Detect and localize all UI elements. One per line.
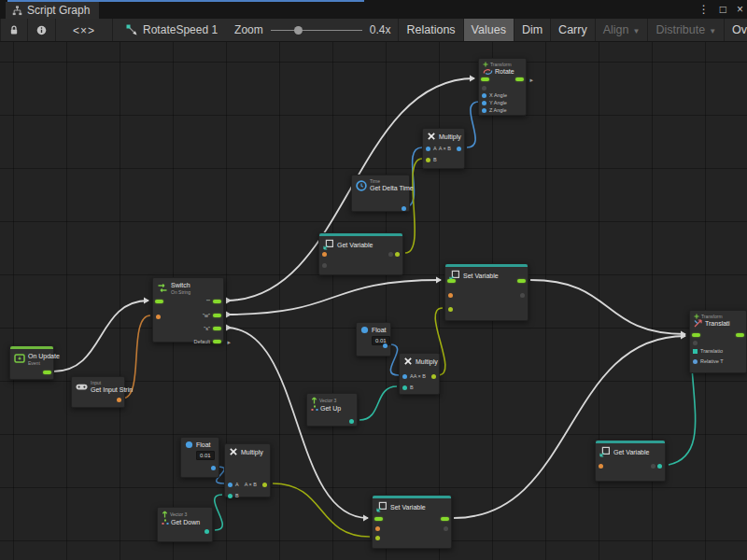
- value-port-left-1[interactable]: [156, 315, 161, 319]
- node-title-text: Get Delta Time: [370, 184, 414, 192]
- flow-port-left-0[interactable]: [692, 333, 700, 337]
- value-port-left-2[interactable]: [693, 341, 698, 345]
- value-port-right-4[interactable]: [520, 293, 525, 298]
- toolbar-button-dim[interactable]: Dim: [514, 19, 550, 41]
- toolbar-button-overview[interactable]: Overview: [724, 19, 747, 41]
- value-port-right-2[interactable]: [657, 464, 662, 469]
- zoom-slider[interactable]: [271, 19, 362, 42]
- node-subtitle-text: Vector 3: [170, 511, 187, 517]
- value-port-left-4[interactable]: [693, 359, 698, 364]
- graph-breadcrumb[interactable]: RotateSpeed 1: [113, 19, 227, 41]
- value-port-left-2[interactable]: [482, 86, 486, 91]
- node-switch-on-string[interactable]: SwitchOn String"""w""s"Default▸: [152, 277, 224, 343]
- value-port-left-0[interactable]: [599, 464, 603, 469]
- node-title: Float: [372, 326, 387, 334]
- value-port-right-2[interactable]: [388, 252, 393, 257]
- lock-button[interactable]: [0, 19, 28, 42]
- info-button[interactable]: [28, 19, 56, 42]
- toolbar-button-distribute[interactable]: Distribute▼: [647, 19, 724, 41]
- value-port-left-0[interactable]: [426, 147, 430, 151]
- toolbar-button-align[interactable]: Align▼: [595, 19, 648, 41]
- flow-port-left-0[interactable]: [447, 279, 456, 283]
- value-port-left-4[interactable]: [482, 101, 486, 105]
- value-port-left-1[interactable]: [228, 494, 233, 498]
- flow-port-right-0[interactable]: [43, 371, 51, 374]
- value-port-left-0[interactable]: [322, 252, 327, 257]
- value-port-left-0[interactable]: [402, 374, 407, 379]
- value-port-right-0[interactable]: [402, 206, 406, 211]
- node-on-update[interactable]: On UpdateEvent: [9, 345, 54, 380]
- node-set-variable-bottom[interactable]: Set Variable: [372, 495, 452, 549]
- graph-canvas[interactable]: On UpdateEventInputGet Input StrinSwitch…: [0, 42, 747, 560]
- value-port-left-2[interactable]: [448, 307, 453, 312]
- node-translate[interactable]: TransformTranslatiTranslatioRelative T: [689, 310, 747, 373]
- flow-port-right-3[interactable]: [441, 517, 449, 521]
- window-menu-button[interactable]: ⋮: [698, 0, 710, 19]
- value-port-left-3[interactable]: [693, 349, 698, 354]
- flow-port-right-1[interactable]: [515, 77, 524, 81]
- value-input[interactable]: 0.01: [196, 451, 215, 460]
- flow-port-right-3[interactable]: [517, 279, 526, 283]
- flow-port-right-5[interactable]: [213, 340, 221, 343]
- value-port-left-3[interactable]: [482, 93, 486, 98]
- port-label: B: [433, 157, 437, 163]
- value-port-right-0[interactable]: [211, 466, 216, 470]
- node-float-2[interactable]: Float0.01: [180, 437, 219, 478]
- value-port-right-0[interactable]: [204, 529, 209, 534]
- value-port-right-0[interactable]: [117, 398, 121, 402]
- toolbar-button-values[interactable]: Values: [463, 19, 514, 41]
- value-port-right-2[interactable]: [262, 483, 267, 487]
- flow-port-right-3[interactable]: [213, 314, 221, 317]
- toolbar-button-label: Relations: [406, 23, 455, 36]
- window-close-button[interactable]: ×: [737, 0, 743, 19]
- value-port-right-2[interactable]: [431, 374, 436, 379]
- flow-port-right-1[interactable]: [736, 333, 744, 337]
- node-multiply-3[interactable]: MultiplyABA × B: [224, 443, 271, 497]
- node-title-text: Set Variable: [463, 272, 499, 280]
- value-port-left-5[interactable]: [482, 108, 486, 113]
- port-label: X Angle: [489, 92, 507, 99]
- zoom-slider-handle[interactable]: [294, 26, 303, 35]
- value-port-right-2[interactable]: [457, 147, 461, 151]
- value-port-left-1[interactable]: [426, 158, 430, 162]
- node-get-variable-2[interactable]: Get Variable: [595, 440, 666, 482]
- value-port-right-3[interactable]: [395, 252, 400, 257]
- value-port-left-1[interactable]: [402, 385, 407, 390]
- value-port-left-1[interactable]: [375, 526, 380, 531]
- value-port-right-0[interactable]: [383, 343, 388, 348]
- node-get-delta-time[interactable]: TimeGet Delta Time: [351, 175, 410, 212]
- clock-icon: [356, 180, 367, 191]
- toolbar-button-carry[interactable]: Carry: [550, 19, 595, 41]
- node-set-variable-mid[interactable]: Set Variable: [444, 263, 529, 321]
- value-port-left-1[interactable]: [322, 263, 327, 268]
- toolbar-button-relations[interactable]: Relations: [398, 19, 462, 41]
- node-multiply-1[interactable]: MultiplyABA × B: [422, 128, 465, 169]
- node-get-up[interactable]: Vector 3Get Up: [306, 393, 358, 427]
- node-get-input-string[interactable]: InputGet Input Strin: [71, 376, 125, 408]
- zoom-label: Zoom: [234, 23, 263, 36]
- tab-script-graph[interactable]: Script Graph: [6, 2, 99, 19]
- code-preview-button[interactable]: <×>: [56, 19, 113, 42]
- flow-port-left-0[interactable]: [155, 300, 163, 303]
- value-port-right-1[interactable]: [651, 464, 655, 469]
- value-port-left-1[interactable]: [448, 293, 453, 298]
- window-maximize-button[interactable]: □: [720, 0, 726, 19]
- node-header-text: Set Variable: [390, 503, 426, 511]
- node-float-1[interactable]: Float0.01: [356, 322, 391, 357]
- focused-panel-accent: [7, 0, 364, 2]
- node-get-variable-1[interactable]: Get Variable: [318, 232, 403, 275]
- value-port-right-0[interactable]: [349, 419, 354, 424]
- value-port-left-0[interactable]: [228, 483, 233, 487]
- switch-icon: [157, 283, 168, 293]
- node-multiply-2[interactable]: MultiplyABA × B: [399, 353, 440, 395]
- node-get-down[interactable]: Vector 3Get Down: [157, 507, 213, 542]
- node-rotate[interactable]: TransformRotate▸X AngleY AngleZ Angle: [478, 58, 527, 116]
- value-port-right-4[interactable]: [444, 526, 448, 531]
- flow-port-right-4[interactable]: [213, 327, 221, 330]
- dropdown-caret-icon: ▼: [632, 27, 640, 35]
- node-header-text: TransformRotate: [483, 62, 514, 76]
- flow-port-right-2[interactable]: [213, 300, 221, 303]
- flow-port-left-0[interactable]: [374, 517, 383, 521]
- value-port-left-2[interactable]: [375, 536, 380, 540]
- flow-port-left-0[interactable]: [481, 77, 489, 81]
